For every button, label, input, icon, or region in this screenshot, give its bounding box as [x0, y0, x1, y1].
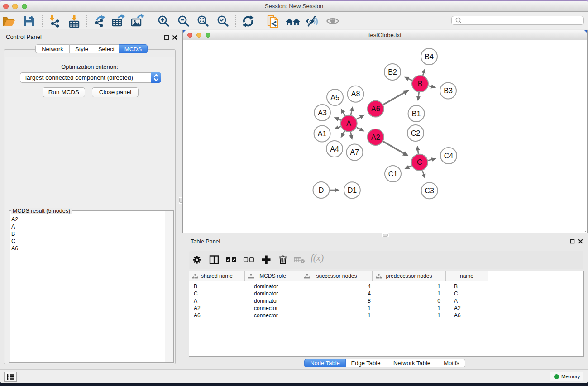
svg-text:D1: D1	[348, 186, 357, 194]
svg-text:B: B	[418, 80, 423, 87]
svg-text:B1: B1	[412, 110, 421, 117]
svg-text:B4: B4	[425, 52, 434, 60]
svg-text:A4: A4	[330, 145, 339, 152]
svg-text:A5: A5	[330, 93, 339, 101]
svg-text:A: A	[346, 119, 351, 127]
svg-text:C1: C1	[388, 170, 398, 177]
svg-text:A2: A2	[371, 133, 380, 141]
svg-text:B2: B2	[388, 68, 397, 76]
svg-text:A7: A7	[350, 148, 359, 156]
svg-text:A1: A1	[318, 130, 327, 138]
svg-text:C2: C2	[411, 129, 421, 137]
svg-text:C4: C4	[444, 152, 454, 159]
svg-text:A6: A6	[371, 105, 380, 113]
svg-text:D: D	[319, 186, 324, 194]
svg-text:C: C	[417, 158, 422, 166]
svg-text:C3: C3	[425, 186, 434, 194]
svg-text:B3: B3	[444, 87, 453, 95]
svg-text:A8: A8	[351, 90, 360, 98]
svg-text:A3: A3	[318, 109, 327, 116]
